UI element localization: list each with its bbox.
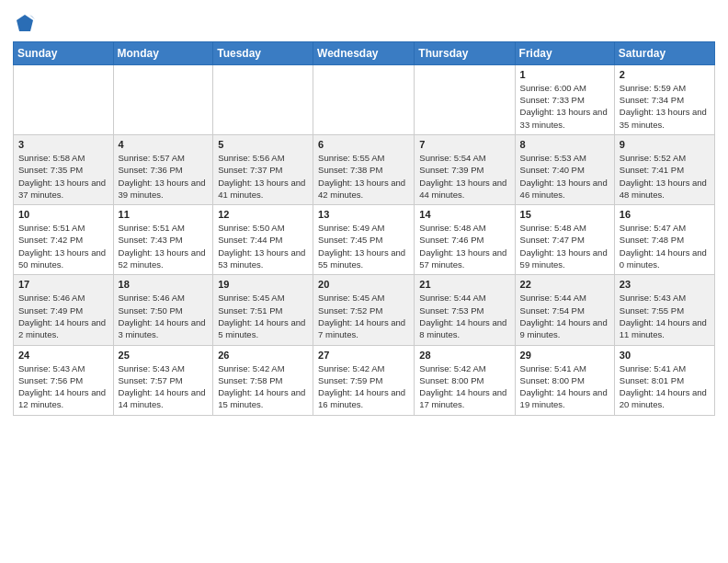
logo	[13, 13, 35, 36]
weekday-header-thursday: Thursday	[415, 41, 515, 64]
logo-icon	[15, 13, 35, 33]
calendar-cell	[415, 64, 515, 134]
day-info: Sunrise: 5:51 AMSunset: 7:42 PMDaylight:…	[18, 222, 108, 270]
day-info: Sunrise: 5:48 AMSunset: 7:47 PMDaylight:…	[520, 222, 609, 270]
calendar-cell: 9Sunrise: 5:52 AMSunset: 7:41 PMDaylight…	[614, 134, 714, 204]
day-number: 21	[419, 279, 509, 290]
weekday-header-tuesday: Tuesday	[213, 41, 313, 64]
day-info: Sunrise: 5:55 AMSunset: 7:38 PMDaylight:…	[318, 152, 409, 201]
day-number: 25	[119, 350, 209, 361]
day-info: Sunrise: 5:49 AMSunset: 7:45 PMDaylight:…	[318, 222, 409, 270]
calendar-cell: 15Sunrise: 5:48 AMSunset: 7:47 PMDayligh…	[515, 205, 614, 275]
day-number: 10	[18, 209, 108, 220]
calendar-cell	[213, 64, 313, 134]
weekday-header-sunday: Sunday	[14, 41, 114, 64]
calendar-cell: 10Sunrise: 5:51 AMSunset: 7:42 PMDayligh…	[14, 205, 114, 275]
calendar-cell: 1Sunrise: 6:00 AMSunset: 7:33 PMDaylight…	[515, 64, 614, 134]
day-number: 16	[620, 209, 710, 220]
calendar-cell: 21Sunrise: 5:44 AMSunset: 7:53 PMDayligh…	[415, 275, 515, 345]
day-number: 8	[520, 139, 609, 150]
day-number: 29	[520, 350, 609, 361]
calendar-cell: 23Sunrise: 5:43 AMSunset: 7:55 PMDayligh…	[614, 275, 714, 345]
day-info: Sunrise: 5:45 AMSunset: 7:51 PMDaylight:…	[218, 292, 308, 340]
day-info: Sunrise: 5:48 AMSunset: 7:46 PMDaylight:…	[419, 222, 509, 270]
calendar-cell: 5Sunrise: 5:56 AMSunset: 7:37 PMDaylight…	[213, 134, 313, 204]
calendar-cell: 30Sunrise: 5:41 AMSunset: 8:01 PMDayligh…	[614, 345, 714, 415]
day-info: Sunrise: 5:42 AMSunset: 7:58 PMDaylight:…	[218, 362, 308, 411]
header	[13, 9, 715, 36]
calendar-cell	[113, 64, 213, 134]
day-number: 9	[620, 139, 710, 150]
calendar-week-row: 10Sunrise: 5:51 AMSunset: 7:42 PMDayligh…	[14, 205, 715, 275]
day-number: 28	[419, 350, 509, 361]
day-info: Sunrise: 5:47 AMSunset: 7:48 PMDaylight:…	[620, 222, 710, 270]
day-info: Sunrise: 5:52 AMSunset: 7:41 PMDaylight:…	[620, 152, 710, 201]
calendar-cell: 27Sunrise: 5:42 AMSunset: 7:59 PMDayligh…	[313, 345, 415, 415]
day-info: Sunrise: 5:57 AMSunset: 7:36 PMDaylight:…	[119, 152, 209, 201]
calendar-cell: 7Sunrise: 5:54 AMSunset: 7:39 PMDaylight…	[415, 134, 515, 204]
day-number: 19	[218, 279, 308, 290]
calendar-week-row: 24Sunrise: 5:43 AMSunset: 7:56 PMDayligh…	[14, 345, 715, 415]
day-info: Sunrise: 5:42 AMSunset: 7:59 PMDaylight:…	[318, 362, 409, 411]
day-info: Sunrise: 5:53 AMSunset: 7:40 PMDaylight:…	[520, 152, 609, 201]
calendar-cell: 17Sunrise: 5:46 AMSunset: 7:49 PMDayligh…	[14, 275, 114, 345]
calendar-table: SundayMondayTuesdayWednesdayThursdayFrid…	[13, 41, 715, 416]
calendar-cell: 25Sunrise: 5:43 AMSunset: 7:57 PMDayligh…	[113, 345, 213, 415]
day-info: Sunrise: 5:43 AMSunset: 7:56 PMDaylight:…	[18, 362, 108, 411]
day-number: 11	[119, 209, 209, 220]
day-info: Sunrise: 5:44 AMSunset: 7:53 PMDaylight:…	[419, 292, 509, 340]
day-info: Sunrise: 5:58 AMSunset: 7:35 PMDaylight:…	[18, 152, 108, 201]
day-info: Sunrise: 5:43 AMSunset: 7:57 PMDaylight:…	[119, 362, 209, 411]
day-info: Sunrise: 6:00 AMSunset: 7:33 PMDaylight:…	[520, 82, 609, 131]
calendar-cell: 24Sunrise: 5:43 AMSunset: 7:56 PMDayligh…	[14, 345, 114, 415]
day-number: 12	[218, 209, 308, 220]
day-info: Sunrise: 5:41 AMSunset: 8:00 PMDaylight:…	[520, 362, 609, 411]
calendar-cell: 4Sunrise: 5:57 AMSunset: 7:36 PMDaylight…	[113, 134, 213, 204]
day-number: 1	[520, 69, 609, 80]
calendar-cell: 13Sunrise: 5:49 AMSunset: 7:45 PMDayligh…	[313, 205, 415, 275]
day-number: 15	[520, 209, 609, 220]
calendar-week-row: 3Sunrise: 5:58 AMSunset: 7:35 PMDaylight…	[14, 134, 715, 204]
day-info: Sunrise: 5:59 AMSunset: 7:34 PMDaylight:…	[620, 82, 710, 131]
day-info: Sunrise: 5:45 AMSunset: 7:52 PMDaylight:…	[318, 292, 409, 340]
calendar-cell	[313, 64, 415, 134]
day-number: 2	[620, 69, 710, 80]
calendar-cell: 3Sunrise: 5:58 AMSunset: 7:35 PMDaylight…	[14, 134, 114, 204]
calendar-cell: 26Sunrise: 5:42 AMSunset: 7:58 PMDayligh…	[213, 345, 313, 415]
calendar-cell: 22Sunrise: 5:44 AMSunset: 7:54 PMDayligh…	[515, 275, 614, 345]
page: SundayMondayTuesdayWednesdayThursdayFrid…	[0, 0, 728, 425]
calendar-cell: 19Sunrise: 5:45 AMSunset: 7:51 PMDayligh…	[213, 275, 313, 345]
weekday-header-friday: Friday	[515, 41, 614, 64]
calendar-cell: 12Sunrise: 5:50 AMSunset: 7:44 PMDayligh…	[213, 205, 313, 275]
calendar-cell: 14Sunrise: 5:48 AMSunset: 7:46 PMDayligh…	[415, 205, 515, 275]
calendar-cell: 6Sunrise: 5:55 AMSunset: 7:38 PMDaylight…	[313, 134, 415, 204]
calendar-cell: 20Sunrise: 5:45 AMSunset: 7:52 PMDayligh…	[313, 275, 415, 345]
day-number: 4	[119, 139, 209, 150]
svg-marker-0	[17, 15, 33, 31]
calendar-week-row: 17Sunrise: 5:46 AMSunset: 7:49 PMDayligh…	[14, 275, 715, 345]
calendar-cell: 8Sunrise: 5:53 AMSunset: 7:40 PMDaylight…	[515, 134, 614, 204]
calendar-cell: 29Sunrise: 5:41 AMSunset: 8:00 PMDayligh…	[515, 345, 614, 415]
day-info: Sunrise: 5:46 AMSunset: 7:49 PMDaylight:…	[18, 292, 108, 340]
day-number: 24	[18, 350, 108, 361]
day-info: Sunrise: 5:50 AMSunset: 7:44 PMDaylight:…	[218, 222, 308, 270]
calendar-week-row: 1Sunrise: 6:00 AMSunset: 7:33 PMDaylight…	[14, 64, 715, 134]
day-number: 27	[318, 350, 409, 361]
calendar-cell	[14, 64, 114, 134]
day-number: 23	[620, 279, 710, 290]
weekday-header-row: SundayMondayTuesdayWednesdayThursdayFrid…	[14, 41, 715, 64]
calendar-cell: 16Sunrise: 5:47 AMSunset: 7:48 PMDayligh…	[614, 205, 714, 275]
day-number: 7	[419, 139, 509, 150]
calendar-cell: 11Sunrise: 5:51 AMSunset: 7:43 PMDayligh…	[113, 205, 213, 275]
day-number: 13	[318, 209, 409, 220]
weekday-header-saturday: Saturday	[614, 41, 714, 64]
day-info: Sunrise: 5:46 AMSunset: 7:50 PMDaylight:…	[119, 292, 209, 340]
calendar-cell: 2Sunrise: 5:59 AMSunset: 7:34 PMDaylight…	[614, 64, 714, 134]
day-number: 18	[119, 279, 209, 290]
day-number: 20	[318, 279, 409, 290]
calendar-cell: 18Sunrise: 5:46 AMSunset: 7:50 PMDayligh…	[113, 275, 213, 345]
day-number: 5	[218, 139, 308, 150]
calendar-cell: 28Sunrise: 5:42 AMSunset: 8:00 PMDayligh…	[415, 345, 515, 415]
day-info: Sunrise: 5:41 AMSunset: 8:01 PMDaylight:…	[620, 362, 710, 411]
day-number: 26	[218, 350, 308, 361]
